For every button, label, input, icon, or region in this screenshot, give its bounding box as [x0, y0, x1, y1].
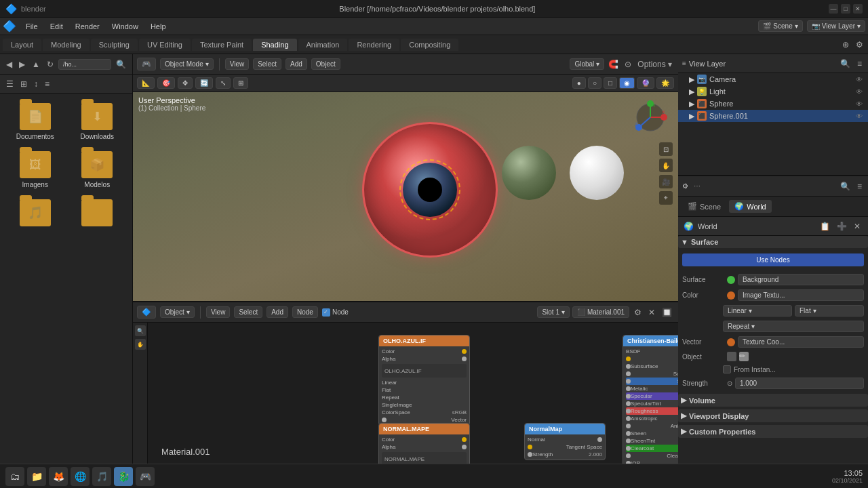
- surface-section-header[interactable]: ▼ Surface: [678, 236, 868, 248]
- tab-compositing[interactable]: Compositing: [401, 39, 458, 51]
- node-normal-map[interactable]: NormalMap Normal Tangent Space: [524, 423, 606, 460]
- props-search-icon[interactable]: 🔍: [838, 180, 852, 192]
- outliner-search-icon[interactable]: 🔍: [838, 58, 852, 70]
- transform-btn[interactable]: ⊞: [233, 77, 248, 89]
- viewport-add-btn[interactable]: Add: [285, 58, 307, 70]
- zoom-extents-btn[interactable]: ⊡: [659, 142, 673, 156]
- filter-icon[interactable]: ≡: [43, 78, 52, 90]
- file-item-modelos[interactable]: 📦 Modelos: [69, 148, 126, 191]
- outliner-row-sphere[interactable]: ▶ ⬛ Sphere 👁: [678, 98, 868, 110]
- props-filter-icon[interactable]: ≡: [855, 180, 864, 192]
- node-node-btn[interactable]: Node: [292, 306, 318, 318]
- slot-dropdown[interactable]: Slot 1 ▾: [537, 306, 570, 318]
- volume-header[interactable]: ▶ Volume: [678, 394, 868, 407]
- props-options-icon[interactable]: ⋯: [694, 182, 701, 190]
- node-side-icon-1[interactable]: 🔍: [135, 325, 146, 336]
- maximize-btn[interactable]: □: [841, 4, 850, 14]
- move-btn[interactable]: ✥: [178, 77, 193, 89]
- taskbar-firefox-icon[interactable]: 🦊: [49, 467, 68, 486]
- viewport-shading-btn[interactable]: ●: [572, 77, 586, 89]
- solid-btn[interactable]: ◉: [619, 77, 635, 89]
- taskbar-files-icon[interactable]: 🗂: [5, 467, 24, 486]
- viewport-object-btn[interactable]: Object: [311, 58, 340, 70]
- outliner-row-camera[interactable]: ▶ 📷 Camera 👁: [678, 73, 868, 85]
- overlay-btn[interactable]: ○: [588, 77, 601, 89]
- use-nodes-button[interactable]: Use Nodes: [682, 253, 864, 266]
- menu-help[interactable]: Help: [145, 21, 172, 32]
- node-editor-type-dropdown[interactable]: 🔷: [137, 306, 156, 319]
- viewport-select-btn[interactable]: Select: [253, 58, 281, 70]
- repeat-dropdown[interactable]: Repeat ▾: [723, 321, 864, 332]
- material-dropdown[interactable]: ⬛ Material.001: [572, 306, 629, 318]
- material-preview-btn[interactable]: 🔮: [637, 77, 654, 89]
- proportional-icon[interactable]: ⊙: [623, 58, 633, 70]
- world-add-icon[interactable]: ➕: [835, 220, 849, 232]
- tab-animation[interactable]: Animation: [298, 39, 348, 51]
- sphere-eye-icon[interactable]: 👁: [856, 100, 863, 108]
- node-view-btn[interactable]: View: [206, 306, 231, 318]
- tab-modeling[interactable]: Modeling: [43, 39, 90, 51]
- node-select-btn[interactable]: Select: [234, 306, 262, 318]
- view-toggle-icon[interactable]: ☰: [4, 78, 16, 90]
- scene-dropdown[interactable]: 🎬 Scene ▾: [758, 20, 802, 32]
- header-icon-gear[interactable]: ⚙: [854, 39, 865, 51]
- rotate-btn[interactable]: 🔄: [195, 77, 213, 89]
- nav-fwd-icon[interactable]: ▶: [17, 58, 27, 70]
- taskbar-steam-icon[interactable]: 🎮: [136, 467, 155, 486]
- light-eye-icon[interactable]: 👁: [856, 88, 863, 96]
- from-inst-checkbox[interactable]: [723, 365, 731, 373]
- view-layer-dropdown[interactable]: 📷 View Layer ▾: [807, 20, 865, 32]
- path-dropdown[interactable]: /ho...: [58, 59, 111, 70]
- world-del-icon[interactable]: ✕: [852, 220, 863, 232]
- header-icon-plus[interactable]: ⊕: [840, 39, 851, 51]
- xray-btn[interactable]: □: [604, 77, 617, 89]
- cursor-btn[interactable]: 🎯: [157, 77, 175, 89]
- flat-dropdown[interactable]: Flat ▾: [795, 305, 864, 317]
- viewport-3d[interactable]: 🎮 Object Mode ▾ View Select Add Object G…: [133, 54, 678, 301]
- pan-btn[interactable]: ✋: [659, 159, 673, 172]
- tab-sculpting[interactable]: Sculpting: [91, 39, 138, 51]
- snap-icon[interactable]: 🧲: [606, 58, 620, 70]
- tab-uv-editing[interactable]: UV Editing: [139, 39, 191, 51]
- node-close-icon[interactable]: ✕: [646, 306, 657, 319]
- node-principled-bsdf[interactable]: Christiansen-Bailey BSDF BaseColor Subsu…: [623, 335, 678, 464]
- taskbar-browser-icon[interactable]: 🌐: [71, 467, 90, 486]
- menu-edit[interactable]: Edit: [45, 21, 68, 32]
- outliner-row-sphere001[interactable]: ▶ ⬛ Sphere.001 👁: [678, 110, 868, 122]
- nav-back-icon[interactable]: ◀: [4, 58, 14, 70]
- tab-layout[interactable]: Layout: [3, 39, 41, 51]
- node-snap-icon[interactable]: 🔲: [660, 306, 674, 319]
- search-icon[interactable]: 🔍: [114, 58, 128, 70]
- taskbar-blender-icon[interactable]: 🐉: [114, 467, 133, 486]
- walk-nav-btn[interactable]: ⌖: [659, 191, 673, 205]
- menu-render[interactable]: Render: [70, 21, 105, 32]
- transform-global-dropdown[interactable]: Global ▾: [570, 58, 604, 70]
- node-editor-content[interactable]: OLHO.AZUL.IF Color Alpha OLHO.AZUL.IF: [148, 323, 678, 464]
- menu-window[interactable]: Window: [106, 21, 144, 32]
- viewport-view-btn[interactable]: View: [225, 58, 250, 70]
- minimize-btn[interactable]: —: [829, 4, 838, 14]
- render-preview-btn[interactable]: 🌟: [656, 77, 674, 89]
- file-item-extra[interactable]: [69, 197, 126, 232]
- editor-type-dropdown[interactable]: 🎮: [137, 58, 156, 70]
- scale-btn[interactable]: ⤡: [216, 77, 231, 89]
- tab-rendering[interactable]: Rendering: [349, 39, 399, 51]
- custom-props-header[interactable]: ▶ Custom Properties: [678, 425, 868, 438]
- node-image-texture-2[interactable]: NORMAL.MAPE Color Alpha NORMAL.MAPE: [378, 423, 470, 464]
- world-copy-icon[interactable]: 📋: [818, 220, 832, 232]
- world-tab[interactable]: 🌍 World: [729, 200, 772, 213]
- use-nodes-toggle[interactable]: ✓ Node: [322, 308, 349, 317]
- nav-reload-icon[interactable]: ↻: [45, 58, 56, 70]
- outliner-row-light[interactable]: ▶ 💡 Light 👁: [678, 85, 868, 98]
- tab-texture-paint[interactable]: Texture Paint: [192, 39, 252, 51]
- snap-to-btn[interactable]: 📐: [137, 77, 155, 89]
- nav-up-icon[interactable]: ▲: [30, 58, 42, 70]
- options-icon[interactable]: Options ▾: [635, 58, 674, 70]
- node-side-icon-2[interactable]: ✋: [135, 339, 146, 350]
- outliner-filter-icon[interactable]: ≡: [855, 58, 864, 70]
- taskbar-music-icon[interactable]: 🎵: [92, 467, 111, 486]
- camera-view-btn[interactable]: 🎥: [659, 175, 673, 188]
- sort-icon[interactable]: ↕: [32, 78, 40, 90]
- linear-dropdown[interactable]: Linear ▾: [723, 305, 792, 317]
- object-pick-icon[interactable]: ✏: [739, 352, 749, 361]
